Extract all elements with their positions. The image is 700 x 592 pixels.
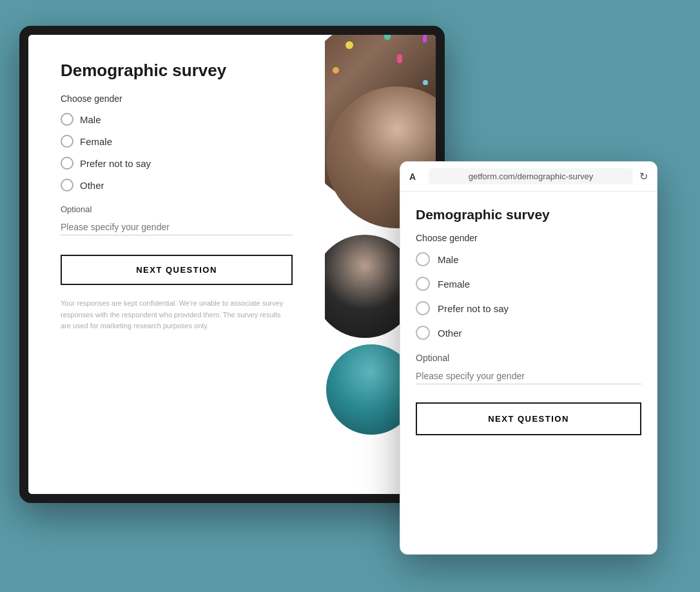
mobile-gender-input[interactable]	[416, 368, 641, 384]
mobile-radio-female[interactable]: Female	[416, 277, 641, 291]
desktop-radio-prefer-not[interactable]: Prefer not to say	[61, 157, 293, 170]
mobile-content: Demographic survey Choose gender Male Fe…	[400, 192, 657, 554]
dot-pink	[397, 54, 402, 63]
mobile-radio-other[interactable]: Other	[416, 326, 641, 340]
mobile-radio-group: Male Female Prefer not to say Other	[416, 252, 641, 340]
mobile-radio-label-prefer-not: Prefer not to say	[438, 303, 509, 314]
desktop-next-button[interactable]: NEXT QUESTION	[61, 255, 293, 285]
dot-blue	[423, 80, 428, 85]
mobile-next-button[interactable]: NEXT QUESTION	[416, 402, 641, 435]
desktop-mockup: Demographic survey Choose gender Male Fe…	[19, 26, 445, 503]
mobile-choose-label: Choose gender	[416, 233, 641, 243]
mobile-radio-circle-prefer-not	[416, 301, 430, 315]
dot-orange	[333, 67, 339, 74]
desktop-optional-label: Optional	[61, 204, 293, 214]
desktop-survey-title: Demographic survey	[61, 61, 293, 81]
mobile-radio-label-other: Other	[438, 328, 462, 339]
desktop-gender-input[interactable]	[61, 219, 293, 235]
browser-letter: A	[409, 172, 422, 182]
desktop-radio-label-other: Other	[80, 180, 104, 191]
desktop-form-area: Demographic survey Choose gender Male Fe…	[28, 35, 325, 494]
mobile-radio-male[interactable]: Male	[416, 252, 641, 266]
dot-teal	[384, 35, 391, 40]
mobile-survey-title: Demographic survey	[416, 207, 641, 222]
desktop-radio-label-prefer-not: Prefer not to say	[80, 158, 151, 169]
dot-yellow	[345, 41, 353, 49]
mobile-radio-label-male: Male	[438, 254, 459, 265]
desktop-radio-male[interactable]: Male	[61, 113, 293, 126]
mobile-radio-prefer-not[interactable]: Prefer not to say	[416, 301, 641, 315]
browser-reload-icon[interactable]: ↻	[639, 170, 648, 183]
desktop-radio-circle-male	[61, 113, 73, 126]
mobile-radio-label-female: Female	[438, 279, 470, 290]
browser-url-bar[interactable]: getform.com/demographic-survey	[429, 168, 633, 184]
desktop-screen: Demographic survey Choose gender Male Fe…	[28, 35, 436, 494]
desktop-privacy-text: Your responses are kept confidential. We…	[61, 298, 293, 332]
desktop-choose-label: Choose gender	[61, 94, 293, 104]
desktop-radio-label-female: Female	[80, 136, 112, 147]
desktop-radio-other[interactable]: Other	[61, 179, 293, 192]
desktop-radio-group: Male Female Prefer not to say Other	[61, 113, 293, 192]
desktop-radio-circle-female	[61, 135, 73, 148]
mobile-browser-bar: A getform.com/demographic-survey ↻	[400, 162, 657, 192]
desktop-radio-female[interactable]: Female	[61, 135, 293, 148]
mobile-radio-circle-other	[416, 326, 430, 340]
mobile-radio-circle-male	[416, 252, 430, 266]
desktop-radio-label-male: Male	[80, 114, 101, 125]
desktop-radio-circle-other	[61, 179, 73, 192]
mobile-radio-circle-female	[416, 277, 430, 291]
desktop-radio-circle-prefer-not	[61, 157, 73, 170]
dot-purple	[423, 35, 427, 43]
mobile-mockup: A getform.com/demographic-survey ↻ Demog…	[400, 161, 657, 555]
mobile-optional-label: Optional	[416, 353, 641, 363]
